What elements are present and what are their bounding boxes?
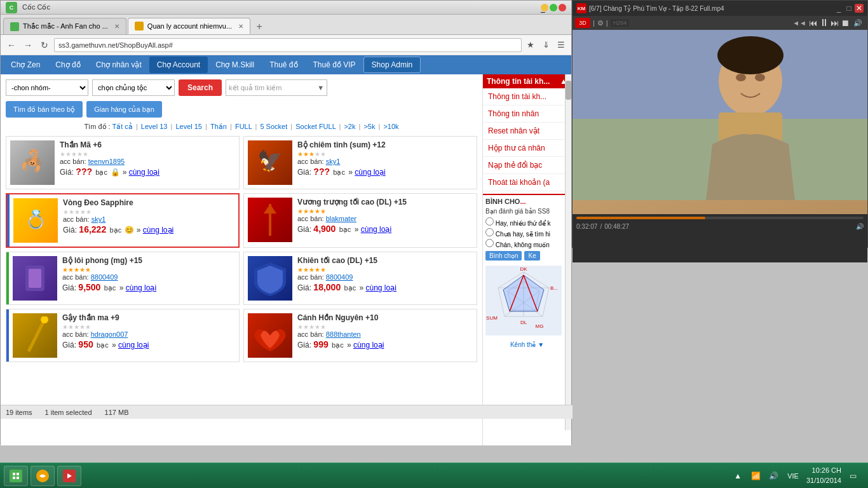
find-by-set-button[interactable]: Tìm đồ bán theo bộ	[6, 101, 83, 118]
nav-cho-mskill[interactable]: Chợ M.Skill	[208, 57, 262, 73]
item-seller: acc bán: blakmater	[297, 215, 473, 222]
volume-icon[interactable]: 🔊	[853, 19, 862, 27]
nav-cho-do[interactable]: Chợ đồ	[48, 57, 88, 73]
same-type-link[interactable]: cùng loại	[355, 168, 385, 177]
nav-shop-admin[interactable]: Shop Admin	[363, 57, 421, 73]
kenh-the-label[interactable]: Kênh thẻ ▼	[483, 340, 571, 349]
vote-radio-2[interactable]	[485, 228, 494, 236]
play-pause-button[interactable]: ⏸	[819, 17, 829, 29]
taskbar-media[interactable]	[57, 466, 81, 486]
lang-indicator[interactable]: VIE	[785, 472, 801, 480]
back-button[interactable]: ←	[4, 38, 18, 52]
show-desktop[interactable]: ▭	[846, 470, 859, 482]
filter-all[interactable]: Tất cả	[112, 123, 132, 130]
group-select[interactable]: -chon nhóm-	[6, 79, 88, 96]
seller-link[interactable]: hdragon007	[91, 330, 128, 338]
race-select[interactable]: chọn chủng tộc	[92, 79, 175, 96]
search-button[interactable]: Search	[179, 79, 222, 96]
settings-icon[interactable]: ☰	[555, 39, 567, 51]
tab-2[interactable]: Quan ly account nhiemvu... ✕	[128, 18, 250, 34]
video-close[interactable]: ✕	[855, 4, 864, 13]
volume-tray-icon[interactable]: 🔊	[767, 470, 780, 482]
seller-link[interactable]: 8800409	[326, 273, 353, 281]
panel-logout[interactable]: Thoát tài khoản (a	[483, 174, 571, 191]
toolbar-settings[interactable]: ⚙	[597, 19, 604, 27]
shop-button[interactable]: Gian hàng của bạn	[86, 101, 162, 118]
result-dropdown-icon[interactable]: ▼	[317, 84, 324, 92]
start-button[interactable]	[4, 466, 28, 486]
vote-button[interactable]: Bình chọn	[485, 251, 522, 261]
panel-info-account[interactable]: Thông tin tài kh...	[483, 88, 571, 105]
panel-reset-char[interactable]: Reset nhân vật	[483, 123, 571, 140]
bookmark-icon[interactable]: ★	[524, 39, 537, 51]
vol-down[interactable]: ◄◄	[792, 19, 806, 27]
filter-gt10k[interactable]: >10k	[383, 123, 398, 130]
item-seller: acc bán: 888thanten	[297, 330, 473, 338]
controls-row: 0:32:07 / 00:48:27 🔊	[576, 223, 864, 230]
forward-button[interactable]: →	[21, 38, 35, 52]
item-price: Giá: 4,900 bạc » cùng loại	[297, 224, 473, 234]
maximize-button[interactable]	[550, 4, 557, 11]
taskbar-explorer[interactable]	[31, 466, 55, 486]
close-button[interactable]	[559, 4, 566, 11]
seller-link[interactable]: 8800409	[91, 273, 118, 281]
seller-link[interactable]: blakmater	[326, 215, 356, 222]
same-type-link[interactable]: cùng loại	[129, 168, 159, 177]
nav-thue-do-vip[interactable]: Thuê đồ VIP	[306, 57, 363, 73]
stop-button[interactable]: ⏹	[841, 18, 850, 28]
network-icon[interactable]: 📶	[749, 470, 762, 482]
panel-mailbox[interactable]: Hộp thư cá nhân	[483, 140, 571, 157]
scrollbar-thumb[interactable]	[566, 81, 571, 100]
panel-info-char[interactable]: Thông tin nhân	[483, 105, 571, 123]
scrollbar[interactable]	[565, 74, 571, 430]
tab-1-icon	[10, 22, 19, 31]
filter-gt5k[interactable]: >5k	[363, 123, 375, 130]
same-type-link[interactable]: cùng loại	[126, 283, 156, 292]
seller-link[interactable]: 888thanten	[326, 330, 361, 338]
ke-button[interactable]: Ke	[524, 251, 539, 261]
taskbar-clock[interactable]: 10:26 CH 31/10/2014	[806, 466, 841, 485]
filter-than[interactable]: Thần	[210, 123, 227, 130]
tab-1-close[interactable]: ✕	[114, 23, 119, 30]
video-maximize[interactable]: □	[844, 4, 853, 13]
nav-thue-do[interactable]: Thuê đồ	[262, 57, 305, 73]
item-image	[248, 198, 292, 242]
three-d-button[interactable]: 3D	[575, 18, 590, 28]
filter-socket-full[interactable]: Socket FULL	[295, 123, 336, 130]
nav-cho-zen[interactable]: Chợ Zen	[3, 57, 48, 73]
filter-gt2k[interactable]: >2k	[344, 123, 355, 130]
same-type-link[interactable]: cùng loại	[118, 341, 149, 349]
same-type-link[interactable]: cùng loại	[366, 283, 397, 292]
same-type-link[interactable]: cùng loại	[353, 341, 384, 349]
progress-bar[interactable]	[576, 217, 864, 219]
same-type-link[interactable]: cùng loại	[361, 225, 391, 234]
items-count: 19 items	[6, 409, 32, 416]
refresh-button[interactable]: ↻	[37, 38, 51, 52]
next-button[interactable]: ⏭	[831, 18, 839, 28]
right-panel: Thông tin tài kh... ▲ Thông tin tài kh..…	[482, 74, 571, 445]
tab-2-close[interactable]: ✕	[238, 23, 243, 30]
tab-1[interactable]: Thắc mắc - Anh Fan cho ... ✕	[3, 18, 126, 34]
video-minimize[interactable]: _	[834, 4, 843, 13]
panel-nap-the[interactable]: Nạp thẻ đổi bạc	[483, 157, 571, 174]
prev-button[interactable]: ⏮	[809, 18, 818, 28]
seller-link[interactable]: sky1	[92, 215, 106, 223]
new-tab-button[interactable]: +	[252, 19, 267, 34]
download-icon[interactable]: ⇓	[539, 39, 552, 51]
minimize-button[interactable]: _	[541, 4, 548, 11]
chevron-up-icon[interactable]: ▲	[731, 470, 744, 482]
nav-cho-account[interactable]: Chợ Account	[149, 57, 208, 73]
nav-cho-nhan-vat[interactable]: Chợ nhân vật	[88, 57, 149, 73]
filter-5socket[interactable]: 5 Socket	[260, 123, 287, 130]
same-type-link[interactable]: cùng loại	[143, 226, 173, 234]
vote-radio-3[interactable]	[485, 239, 494, 247]
filter-level13[interactable]: Level 13	[141, 123, 168, 130]
main-navigation: Chợ Zen Chợ đồ Chợ nhân vật Chợ Account …	[1, 55, 571, 74]
address-bar[interactable]: ss3.gamethuvn.net/ShopBuyAll.asp#	[54, 38, 522, 52]
item-price: Giá: 16,222 bạc 😊 » cùng loại	[63, 224, 234, 234]
filter-level15[interactable]: Level 15	[175, 123, 202, 130]
vote-radio-1[interactable]	[485, 217, 494, 226]
seller-link[interactable]: sky1	[326, 158, 341, 165]
filter-full[interactable]: FULL	[235, 123, 252, 130]
seller-link[interactable]: teenvn1895	[88, 158, 125, 165]
